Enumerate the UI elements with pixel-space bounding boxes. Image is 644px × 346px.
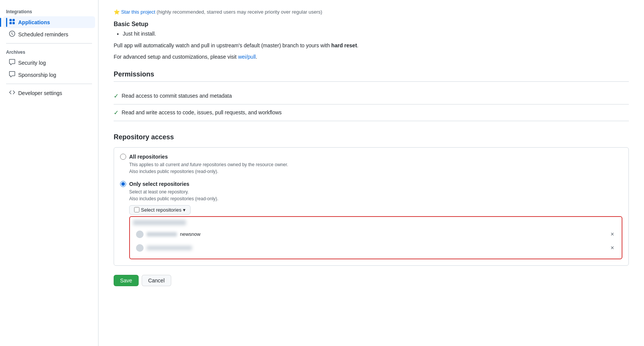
code-icon <box>9 89 15 97</box>
grid-icon <box>9 19 15 26</box>
sidebar-item-applications[interactable]: Applications <box>3 16 95 28</box>
repo-access-box: All repositories This applies to all cur… <box>114 147 629 266</box>
permission-2-text: Read and write access to code, issues, p… <box>122 109 282 115</box>
only-select-repos-option[interactable]: Only select repositories Select at least… <box>120 181 622 259</box>
star-icon: ⭐ <box>114 9 120 15</box>
repo-1-name: newsnow <box>180 231 200 237</box>
repo-access-section: Repository access All repositories This … <box>114 133 629 286</box>
pull-info: Pull app will automatically watch and pu… <box>114 41 629 50</box>
wei-pull-link[interactable]: wei/pull <box>238 54 256 60</box>
repo-item-1[interactable]: newsnow × <box>133 228 619 240</box>
select-repo-area: Select repositories ▾ <box>120 205 622 259</box>
applications-label: Applications <box>18 19 50 25</box>
repo-access-title: Repository access <box>114 133 629 141</box>
all-repos-label[interactable]: All repositories <box>120 154 622 160</box>
permission-item-2: ✓ Read and write access to code, issues,… <box>114 104 629 121</box>
sidebar-item-developer-settings[interactable]: Developer settings <box>3 87 95 99</box>
top-note-text: (highly recommended, starred users may r… <box>157 9 322 15</box>
sidebar: Integrations Applications Scheduled remi… <box>0 0 98 346</box>
sidebar-item-scheduled-reminders[interactable]: Scheduled reminders <box>3 28 95 40</box>
advanced-info: For advanced setup and customizations, p… <box>114 53 629 61</box>
select-repos-checkbox[interactable] <box>134 207 139 212</box>
cancel-button[interactable]: Cancel <box>142 275 171 286</box>
main-content: ⭐ Star this project (highly recommended,… <box>98 0 644 346</box>
integrations-section-label: Integrations <box>0 6 98 16</box>
only-select-radio[interactable] <box>120 181 126 187</box>
repo-2-name-blur <box>147 246 192 250</box>
sponsorship-log-label: Sponsorship log <box>18 72 56 78</box>
top-note: ⭐ Star this project (highly recommended,… <box>114 9 629 15</box>
sidebar-item-security-log[interactable]: Security log <box>3 57 95 69</box>
log-icon-sponsorship <box>9 71 15 78</box>
permissions-title: Permissions <box>114 70 629 82</box>
save-button[interactable]: Save <box>114 275 139 286</box>
basic-setup-section: Basic Setup Just hit install. Pull app w… <box>114 21 629 61</box>
permission-1-text: Read access to commit statuses and metad… <box>122 93 232 99</box>
basic-setup-title: Basic Setup <box>114 21 629 28</box>
sidebar-divider-2 <box>6 84 92 84</box>
log-icon-security <box>9 59 15 66</box>
repo-item-1-left: newsnow <box>136 231 200 238</box>
basic-setup-list: Just hit install. <box>114 31 629 37</box>
clock-icon <box>9 31 15 38</box>
sidebar-item-sponsorship-log[interactable]: Sponsorship log <box>3 69 95 81</box>
star-project-link[interactable]: ⭐ Star this project <box>114 9 157 15</box>
scheduled-reminders-label: Scheduled reminders <box>18 31 68 37</box>
check-icon-2: ✓ <box>114 109 119 116</box>
all-repos-desc: This applies to all current and future r… <box>120 161 622 175</box>
permission-item-1: ✓ Read access to commit statuses and met… <box>114 88 629 104</box>
archives-section-label: Archives <box>0 47 98 56</box>
developer-settings-label: Developer settings <box>18 90 62 96</box>
check-icon-1: ✓ <box>114 92 119 100</box>
hard-reset-text: hard reset <box>331 42 357 48</box>
repo-item-2[interactable]: × <box>133 242 619 254</box>
select-repositories-button[interactable]: Select repositories ▾ <box>129 205 191 215</box>
all-repos-option[interactable]: All repositories This applies to all cur… <box>120 154 622 175</box>
repository-dropdown: newsnow × × <box>129 216 622 259</box>
repo-1-avatar <box>136 231 144 238</box>
chevron-down-icon: ▾ <box>183 207 186 213</box>
action-buttons: Save Cancel <box>114 275 629 286</box>
repo-1-name-blur <box>147 232 177 237</box>
permissions-section: Permissions ✓ Read access to commit stat… <box>114 70 629 121</box>
security-log-label: Security log <box>18 60 46 66</box>
basic-setup-item: Just hit install. <box>123 31 629 37</box>
all-repos-radio[interactable] <box>120 154 126 160</box>
only-select-label[interactable]: Only select repositories <box>120 181 622 187</box>
sidebar-divider-1 <box>6 43 92 44</box>
only-select-desc: Select at least one repository. Also inc… <box>120 189 622 202</box>
repo-2-remove-button[interactable]: × <box>609 245 616 251</box>
repo-2-avatar <box>136 244 144 252</box>
repo-1-remove-button[interactable]: × <box>609 231 616 237</box>
dropdown-search-blur <box>133 220 186 225</box>
dropdown-search-row <box>133 220 619 225</box>
repo-item-2-left <box>136 244 192 252</box>
